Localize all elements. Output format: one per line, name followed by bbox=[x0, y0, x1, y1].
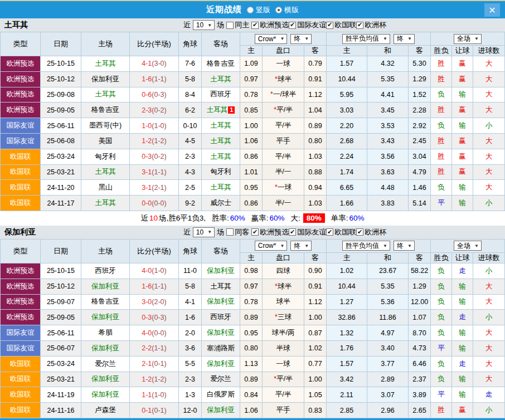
match-date: 25-06-07 bbox=[41, 340, 81, 356]
layout-horizontal-radio[interactable]: 横版 bbox=[275, 5, 299, 15]
match-date: 25-03-21 bbox=[41, 164, 81, 180]
col-handicap-away: 客 bbox=[304, 46, 327, 56]
handicap-home-odds: 1.06 bbox=[240, 403, 263, 418]
league-checkbox[interactable]: 欧洲杯 bbox=[356, 20, 386, 30]
final-odds-select-1[interactable]: 终▼ bbox=[290, 34, 312, 44]
games-label: 场 bbox=[217, 227, 224, 237]
near-label: 近 bbox=[183, 227, 191, 237]
avg-home-odds: 3.03 bbox=[327, 102, 367, 118]
bookmaker-select[interactable]: Crow*▼ bbox=[255, 34, 288, 44]
col-avg-draw: 和 bbox=[367, 252, 409, 263]
average-odds-select[interactable]: 胜平负均值▼ bbox=[342, 34, 390, 44]
match-date: 25-03-24 bbox=[41, 356, 81, 372]
away-team: 爱尔兰 bbox=[202, 372, 240, 387]
checkbox-icon bbox=[289, 228, 296, 236]
avg-home-odds: 1.32 bbox=[327, 325, 367, 341]
col-result: 胜负 bbox=[431, 252, 452, 263]
final-odds-select-1[interactable]: 终▼ bbox=[290, 241, 312, 251]
chevron-down-icon: ▼ bbox=[304, 243, 309, 248]
match-score: 1-0(1-0) bbox=[130, 118, 179, 134]
league-checkbox[interactable]: 欧国联 bbox=[326, 227, 356, 237]
same-venue-checkbox[interactable]: 同主 bbox=[226, 20, 249, 30]
avg-draw-odds: 4.41 bbox=[367, 87, 409, 102]
match-type-badge: 欧国联 bbox=[1, 387, 41, 403]
result-goals: 大 bbox=[473, 325, 505, 341]
avg-away-odds: 2.65 bbox=[409, 403, 431, 418]
result-goals: 大 bbox=[473, 133, 505, 149]
checkbox-label: 欧洲预选 bbox=[260, 20, 289, 30]
handicap-home-odds: 0.86 bbox=[240, 196, 263, 211]
close-button[interactable]: ✕ bbox=[484, 3, 500, 17]
away-team: 西班牙 bbox=[202, 310, 240, 325]
league-checkbox[interactable]: 欧洲杯 bbox=[356, 227, 386, 237]
avg-home-odds: 2.11 bbox=[327, 387, 367, 403]
bookmaker-select[interactable]: Crow*▼ bbox=[255, 241, 288, 251]
match-row: 国际友谊 25-06-07 保加利亚 2-2(1-1) 3-6 塞浦路斯 0.8… bbox=[1, 340, 505, 356]
match-type-badge: 欧国联 bbox=[1, 356, 41, 372]
league-checkbox[interactable]: 欧洲预选 bbox=[251, 20, 289, 30]
handicap-away-odds: 1.05 bbox=[304, 387, 327, 403]
handicap-home-odds: 1.09 bbox=[240, 56, 263, 72]
col-handicap-line: 盘口 bbox=[263, 252, 304, 263]
handicap-home-odds: 1.13 bbox=[240, 356, 263, 372]
same-venue-checkbox[interactable]: 同客 bbox=[226, 227, 249, 237]
match-count-select[interactable]: 10▼ bbox=[193, 227, 215, 237]
avg-draw-odds: 3.45 bbox=[367, 102, 409, 118]
match-type-badge: 欧洲预选 bbox=[1, 56, 41, 72]
match-date: 24-11-19 bbox=[41, 387, 81, 403]
home-team: 爱尔兰 bbox=[81, 356, 130, 372]
away-team: 土耳其 bbox=[202, 180, 240, 196]
league-checkbox[interactable]: 国际友谊 bbox=[289, 227, 326, 237]
result-handicap: 输 bbox=[452, 325, 473, 341]
games-label: 场 bbox=[217, 20, 224, 30]
handicap-away-odds: 1.00 bbox=[304, 310, 327, 325]
result-handicap: 输 bbox=[452, 118, 473, 134]
result-goals: 小 bbox=[473, 403, 505, 418]
final-odds-select-2[interactable]: 终▼ bbox=[394, 34, 415, 44]
checkbox-icon bbox=[356, 228, 363, 236]
col-handicap-home: 主 bbox=[240, 252, 263, 263]
corner-score: 4-5 bbox=[179, 133, 202, 149]
league-checkbox[interactable]: 欧洲预选 bbox=[251, 227, 289, 237]
avg-draw-odds: 23.67 bbox=[367, 263, 409, 279]
match-type-badge: 欧洲预选 bbox=[1, 279, 41, 294]
layout-vertical-radio[interactable]: 竖版 bbox=[247, 5, 270, 15]
col-avg-away: 客 bbox=[409, 252, 431, 263]
handicap-line: 半/一 bbox=[263, 196, 304, 211]
scope-select[interactable]: 全场▼ bbox=[454, 34, 482, 44]
avg-draw-odds: 3.56 bbox=[367, 149, 409, 164]
handicap-home-odds: 0.97 bbox=[240, 71, 263, 87]
corner-score: 5-8 bbox=[179, 71, 202, 87]
avg-home-odds: 3.42 bbox=[327, 372, 367, 387]
league-checkbox[interactable]: 欧国联 bbox=[326, 20, 356, 30]
match-score: 0-0(0-0) bbox=[130, 196, 179, 211]
match-score: 3-0(2-0) bbox=[130, 294, 179, 310]
checkbox-icon bbox=[326, 22, 333, 29]
handicap-away-odds: 1.03 bbox=[304, 149, 327, 164]
dialog-title: 近期战绩 bbox=[206, 4, 242, 15]
col-type: 类型 bbox=[1, 239, 41, 263]
checkbox-icon bbox=[356, 22, 363, 29]
match-count-select[interactable]: 10▼ bbox=[193, 20, 215, 30]
layout-horizontal-label: 横版 bbox=[284, 5, 299, 15]
match-type-badge: 欧洲预选 bbox=[1, 310, 41, 325]
avg-home-odds: 2.20 bbox=[327, 118, 367, 134]
avg-home-odds: 1.76 bbox=[327, 340, 367, 356]
avg-home-odds: 2.85 bbox=[327, 403, 367, 418]
col-score: 比分(半场) bbox=[130, 32, 179, 56]
col-date: 日期 bbox=[41, 239, 81, 263]
match-date: 25-10-12 bbox=[41, 71, 81, 87]
home-team: 土耳其 bbox=[81, 56, 130, 72]
scope-select[interactable]: 全场▼ bbox=[454, 241, 482, 251]
final-odds-select-2[interactable]: 终▼ bbox=[394, 241, 415, 251]
result-outcome: 负 bbox=[431, 372, 452, 387]
result-goals: 大 bbox=[473, 56, 505, 72]
home-team: 保加利亚 bbox=[81, 372, 130, 387]
match-row: 欧国联 25-03-24 爱尔兰 2-1(0-1) 5-5 保加利亚 1.13 … bbox=[1, 356, 505, 372]
corner-score: 4-1 bbox=[179, 294, 202, 310]
handicap-line: 四球 bbox=[263, 263, 304, 279]
league-checkbox[interactable]: 国际友谊 bbox=[289, 20, 326, 30]
handicap-line: 半/一 bbox=[263, 164, 304, 180]
result-goals: 大 bbox=[473, 149, 505, 164]
average-odds-select[interactable]: 胜平负均值▼ bbox=[342, 241, 390, 251]
